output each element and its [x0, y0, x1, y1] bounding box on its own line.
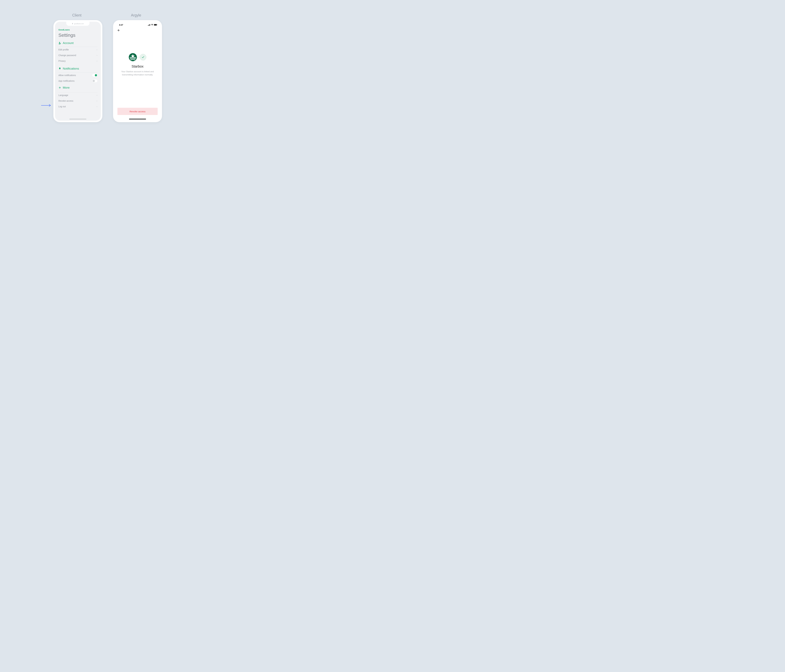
brand-logo: GoodLoans	[58, 28, 97, 31]
row-edit-profile-label: Edit profile	[58, 49, 69, 51]
linked-description: Your Starbox account is linked and trans…	[119, 70, 156, 76]
section-more-label: More	[63, 86, 70, 89]
svg-rect-12	[154, 24, 156, 25]
section-header-account: Account	[58, 41, 97, 47]
linked-logo-row	[119, 53, 156, 61]
row-allow-notifications-label: Allow notifications	[58, 74, 76, 77]
check-badge-icon	[140, 54, 146, 61]
row-edit-profile[interactable]: Edit profile ›	[58, 47, 97, 52]
chevron-right-icon: ›	[97, 100, 97, 102]
row-app-notifications: App notifications	[58, 78, 97, 84]
svg-rect-1	[72, 23, 73, 24]
row-privacy-label: Privacy	[58, 60, 66, 62]
home-indicator	[69, 119, 86, 119]
back-arrow-icon[interactable]	[117, 29, 120, 32]
row-change-password[interactable]: Change password ›	[58, 52, 97, 58]
svg-rect-7	[148, 25, 149, 26]
status-bar: 3:27	[115, 22, 161, 28]
lock-icon	[72, 23, 73, 25]
row-log-out-label: Log out	[58, 105, 66, 108]
chevron-right-icon: ›	[97, 60, 97, 62]
status-time: 3:27	[119, 24, 123, 26]
phone-argyle: 3:27	[113, 20, 162, 122]
chevron-right-icon: ›	[97, 94, 97, 96]
row-allow-notifications: Allow notifications	[58, 72, 97, 78]
section-notifications-label: Notifications	[63, 67, 79, 70]
toggle-allow-notifications[interactable]	[92, 74, 97, 77]
starbox-logo-icon	[129, 53, 137, 61]
wifi-icon	[151, 24, 153, 26]
chevron-right-icon: ›	[97, 54, 97, 56]
phone-argyle-screen: 3:27	[115, 22, 161, 121]
chevron-right-icon: ›	[97, 49, 97, 51]
row-log-out[interactable]: Log out ›	[58, 104, 97, 109]
section-header-notifications: Notifications	[58, 67, 97, 72]
toggle-app-notifications[interactable]	[92, 80, 97, 82]
header-client-label: Client	[72, 13, 81, 17]
linked-title: Starbox	[119, 64, 156, 69]
bell-icon	[58, 67, 61, 70]
svg-rect-10	[150, 24, 150, 26]
home-indicator	[129, 119, 146, 119]
section-header-more[interactable]: More	[58, 86, 97, 91]
row-revoke-access[interactable]: Revoke access ›	[58, 98, 97, 104]
row-language-label: Language	[58, 94, 68, 96]
row-revoke-access-label: Revoke access	[58, 100, 73, 102]
svg-point-2	[59, 42, 60, 43]
signal-icon	[148, 24, 150, 26]
header-argyle-label: Argyle	[131, 13, 141, 17]
row-app-notifications-label: App notifications	[58, 80, 75, 82]
svg-rect-13	[157, 25, 157, 25]
row-change-password-label: Change password	[58, 54, 76, 56]
account-icon	[58, 42, 61, 44]
browser-url: goodloans.com	[74, 23, 84, 25]
row-privacy[interactable]: Privacy ›	[58, 58, 97, 64]
revoke-access-button[interactable]: Revoke access	[117, 108, 158, 115]
battery-icon	[154, 24, 157, 26]
phone-client-screen: goodloans.com GoodLoans Settings Account…	[55, 22, 101, 121]
plus-icon	[58, 86, 61, 89]
svg-rect-9	[149, 25, 150, 26]
arrow-indicator-icon	[41, 104, 52, 107]
row-language[interactable]: Language ›	[58, 92, 97, 98]
chevron-right-icon: ›	[97, 105, 97, 108]
svg-rect-8	[149, 25, 149, 26]
phone-client: goodloans.com GoodLoans Settings Account…	[53, 20, 102, 122]
section-account-label: Account	[63, 41, 73, 45]
browser-url-bar: goodloans.com	[66, 22, 89, 26]
page-title: Settings	[58, 33, 97, 38]
